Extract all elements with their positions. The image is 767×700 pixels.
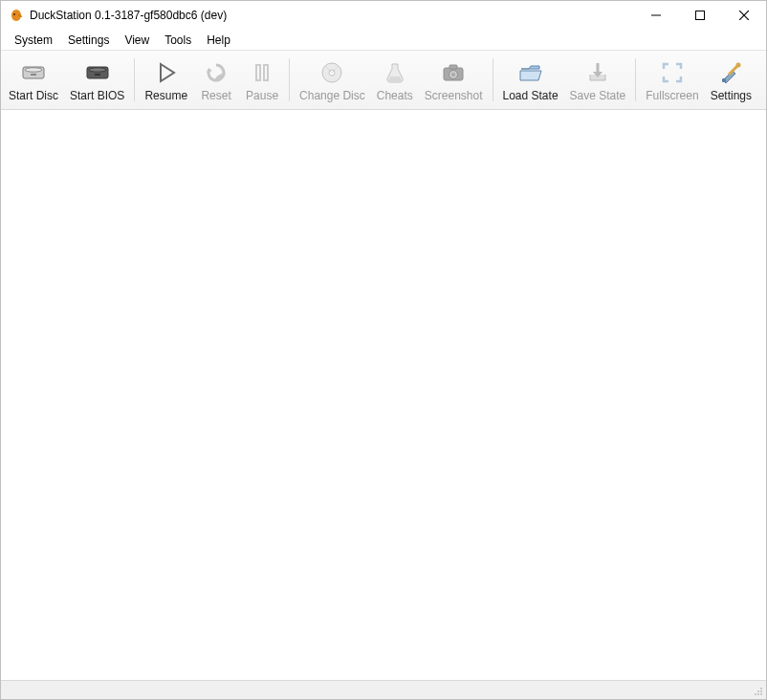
pause-button[interactable]: Pause: [239, 53, 285, 107]
toolbar-separator: [493, 58, 493, 101]
toolbar-label: Fullscreen: [646, 89, 698, 102]
content-area: [1, 110, 766, 680]
svg-point-23: [736, 63, 741, 68]
save-state-button[interactable]: Save State: [564, 53, 632, 107]
svg-rect-14: [256, 65, 260, 80]
toolbar-label: Settings: [711, 89, 752, 102]
settings-button[interactable]: Settings: [705, 53, 757, 107]
load-state-button[interactable]: Load State: [497, 53, 564, 107]
toolbar-label: Load State: [503, 89, 559, 102]
app-icon: [9, 8, 24, 23]
screenshot-button[interactable]: Screenshot: [419, 53, 489, 107]
svg-point-21: [451, 73, 455, 77]
tools-icon: [717, 59, 744, 86]
toolbar-separator: [134, 58, 135, 101]
toolbar-separator: [635, 58, 636, 101]
status-bar: [1, 680, 766, 699]
menu-help[interactable]: Help: [199, 32, 238, 49]
toolbar-label: Resume: [144, 89, 187, 102]
svg-rect-19: [449, 65, 457, 69]
titlebar: DuckStation 0.1-3187-gf580dbc6 (dev): [1, 1, 766, 30]
svg-marker-11: [161, 64, 174, 81]
svg-point-25: [760, 693, 762, 695]
play-icon: [153, 59, 180, 86]
camera-icon: [440, 59, 467, 86]
window-title: DuckStation 0.1-3187-gf580dbc6 (dev): [30, 9, 227, 22]
svg-point-29: [757, 690, 759, 692]
disc-icon: [318, 59, 345, 86]
refresh-icon: [203, 59, 230, 86]
svg-point-0: [13, 13, 15, 15]
svg-point-9: [89, 68, 106, 72]
svg-rect-2: [696, 11, 705, 20]
svg-point-26: [757, 693, 759, 695]
svg-rect-7: [31, 74, 36, 76]
toolbar-label: Start Disc: [9, 89, 58, 102]
save-download-icon: [584, 59, 611, 86]
fullscreen-icon: [659, 59, 686, 86]
folder-open-icon: [517, 59, 544, 86]
toolbar: Start Disc Start BIOS Resume: [1, 51, 766, 110]
menu-settings[interactable]: Settings: [60, 32, 117, 49]
resize-grip-icon[interactable]: [751, 684, 764, 697]
resume-button[interactable]: Resume: [139, 53, 193, 107]
disc-drive-icon: [20, 59, 47, 86]
window-minimize-button[interactable]: [634, 1, 678, 30]
toolbar-label: Reset: [201, 89, 230, 102]
svg-rect-15: [264, 65, 268, 80]
pause-icon: [249, 59, 275, 86]
start-bios-button[interactable]: Start BIOS: [64, 53, 130, 107]
toolbar-label: Start BIOS: [70, 89, 124, 102]
toolbar-separator: [289, 58, 290, 101]
toolbar-label: Screenshot: [425, 89, 483, 102]
window-close-button[interactable]: [722, 1, 766, 30]
svg-rect-24: [722, 78, 726, 82]
svg-point-28: [755, 693, 756, 695]
flask-icon: [382, 59, 408, 86]
menu-tools[interactable]: Tools: [157, 32, 199, 49]
toolbar-label: Change Disc: [299, 89, 365, 102]
reset-button[interactable]: Reset: [193, 53, 239, 107]
window-maximize-button[interactable]: [678, 1, 722, 30]
toolbar-label: Save State: [570, 89, 626, 102]
cheats-button[interactable]: Cheats: [371, 53, 419, 107]
change-disc-button[interactable]: Change Disc: [294, 53, 371, 107]
menu-bar: System Settings View Tools Help: [1, 30, 766, 51]
start-disc-button[interactable]: Start Disc: [3, 53, 64, 107]
toolbar-label: Pause: [246, 89, 278, 102]
svg-point-27: [760, 690, 762, 692]
svg-point-6: [25, 68, 42, 72]
menu-view[interactable]: View: [117, 32, 157, 49]
svg-rect-10: [95, 74, 100, 76]
fullscreen-button[interactable]: Fullscreen: [640, 53, 704, 107]
svg-point-30: [760, 688, 762, 689]
menu-system[interactable]: System: [7, 32, 60, 49]
bios-drive-icon: [84, 59, 111, 86]
toolbar-label: Cheats: [377, 89, 413, 102]
